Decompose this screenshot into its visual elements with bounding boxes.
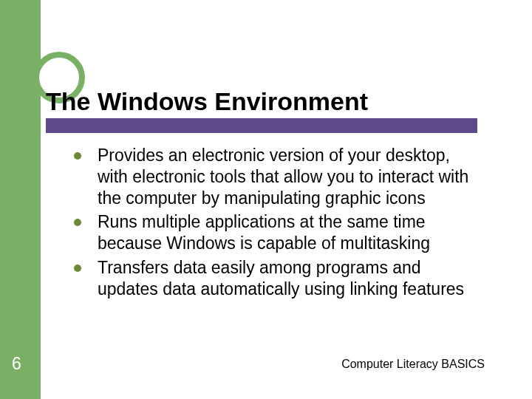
list-item: Transfers data easily among programs and… bbox=[74, 257, 484, 300]
slide-title: The Windows Environment bbox=[46, 87, 368, 116]
list-item: Runs multiple applications at the same t… bbox=[74, 211, 484, 254]
bullet-icon bbox=[74, 152, 81, 160]
bullet-text: Transfers data easily among programs and… bbox=[98, 257, 484, 300]
footer-text: Computer Literacy BASICS bbox=[341, 358, 485, 371]
page-number: 6 bbox=[12, 354, 21, 374]
title-underline bbox=[46, 118, 477, 133]
slide: The Windows Environment Provides an elec… bbox=[0, 0, 532, 399]
bullet-text: Runs multiple applications at the same t… bbox=[98, 211, 484, 254]
bullet-icon bbox=[74, 219, 81, 226]
bullet-icon bbox=[74, 265, 81, 272]
bullet-list: Provides an electronic version of your d… bbox=[74, 145, 484, 302]
bullet-text: Provides an electronic version of your d… bbox=[98, 145, 484, 208]
left-color-bar bbox=[0, 0, 41, 399]
list-item: Provides an electronic version of your d… bbox=[74, 145, 484, 208]
